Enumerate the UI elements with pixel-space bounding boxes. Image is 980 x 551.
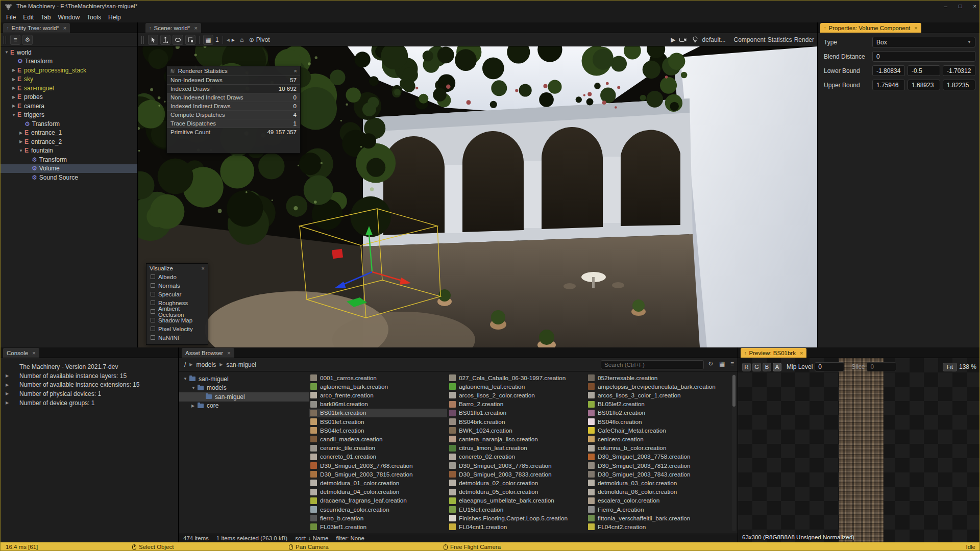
close-icon[interactable]: × <box>294 68 297 74</box>
search-input[interactable] <box>601 360 704 369</box>
tree-item-san-miguel[interactable]: ▶Esan-miguel <box>1 84 137 93</box>
channel-g-button[interactable]: G <box>752 363 761 371</box>
scale-tool-button[interactable] <box>185 35 195 45</box>
file-052terresable-creation[interactable]: 052terresable.creation <box>587 373 725 382</box>
close-button[interactable]: × <box>973 3 976 9</box>
vector-field[interactable]: 1.75946 <box>872 80 905 90</box>
checkbox[interactable] <box>151 274 155 279</box>
close-tab-icon[interactable]: × <box>227 350 230 356</box>
slice-input[interactable]: 0 <box>867 362 896 371</box>
tree-item-world[interactable]: ▼Eworld <box>1 48 137 57</box>
file-escalera-color-creation[interactable]: escalera_color.creation <box>587 496 725 505</box>
file-BL05lef2-creation[interactable]: BL05lef2.creation <box>587 400 725 409</box>
file-detmoldura-04-color-creation[interactable]: detmoldura_04_color.creation <box>309 488 447 496</box>
file-detmoldura-02-color-creation[interactable]: detmoldura_02_color.creation <box>448 479 586 487</box>
visualize-option-nan-inf[interactable]: NaN/INF <box>146 333 208 342</box>
close-tab-icon[interactable]: × <box>914 25 917 31</box>
home-button[interactable]: ⌂ <box>237 35 247 45</box>
channel-b-button[interactable]: B <box>763 363 771 371</box>
tree-item-transform[interactable]: ⚙Transform <box>1 57 137 66</box>
nav-forward-button[interactable]: ▸ <box>232 36 235 43</box>
checkbox[interactable] <box>151 335 155 340</box>
tab-scene[interactable]: ↑ Scene: world* × <box>145 23 201 33</box>
file-D30-Smiguel-2003-7833-creation[interactable]: D30_Smiguel_2003_7833.creation <box>448 470 586 479</box>
viewport-canvas[interactable]: ≋ Renderer Statistics × Non-Indexed Draw… <box>138 46 817 348</box>
file-fierro-b-creation[interactable]: fierro_b.creation <box>309 514 447 522</box>
breadcrumb-san-miguel[interactable]: san-miguel <box>226 361 256 368</box>
tree-item-entrance-2[interactable]: ▶Eentrance_2 <box>1 137 137 146</box>
checkbox[interactable] <box>151 283 155 288</box>
visualize-option-albedo[interactable]: Albedo <box>146 272 208 281</box>
close-tab-icon[interactable]: × <box>32 350 35 356</box>
camera-button[interactable] <box>678 35 688 45</box>
folder-san-miguel[interactable]: ▼san-miguel <box>179 374 309 384</box>
tab-entity-tree[interactable]: ↑ Entity Tree: world* × <box>3 23 70 33</box>
snap-size-value[interactable]: 1 <box>215 36 219 43</box>
file-Finishes-Flooring-Carpet-Loop-5-creation[interactable]: Finishes.Flooring.Carpet.Loop.5.creation <box>448 514 586 522</box>
move-tool-button[interactable] <box>160 35 170 45</box>
file-BS01brk-creation[interactable]: BS01brk.creation <box>309 409 447 417</box>
checkbox[interactable] <box>151 300 155 305</box>
file-BS01flo1-creation[interactable]: BS01flo1.creation <box>448 409 586 417</box>
file-BWK-1024-creation[interactable]: BWK_1024.creation <box>448 426 586 435</box>
tree-item-transform[interactable]: ⚙Transform <box>1 155 137 164</box>
file-FL04cnt2-creation[interactable]: FL04cnt2.creation <box>587 522 725 531</box>
file-D30-Smiguel-2003-7843-creation[interactable]: D30_Smiguel_2003_7843.creation <box>587 470 725 479</box>
filter-button[interactable]: ≡ <box>10 35 20 45</box>
drag-grip[interactable] <box>4 36 6 44</box>
menu-help[interactable]: Help <box>105 13 125 22</box>
tree-item-sound-source[interactable]: ⚙Sound Source <box>1 173 137 182</box>
file-BS04brk-creation[interactable]: BS04brk.creation <box>448 417 586 426</box>
file-columna-b-color-creation[interactable]: columna_b_color.creation <box>587 444 725 453</box>
tab-preview[interactable]: ↑ Preview: BS01brk × <box>741 348 806 358</box>
file-fittonia-verschaffeltii-bark-creation[interactable]: fittonia_verschaffeltii_bark.creation <box>587 514 725 522</box>
file-detmoldura-05-color-creation[interactable]: detmoldura_05_color.creation <box>448 488 586 496</box>
refresh-icon[interactable]: ↻ <box>708 360 713 367</box>
file-arcos-lisos-2-color-creation[interactable]: arcos_lisos_2_color.creation <box>448 391 586 399</box>
file-aglaonema-leaf-creation[interactable]: aglaonema_leaf.creation <box>448 382 586 391</box>
tree-item-sky[interactable]: ▶Esky <box>1 75 137 84</box>
file-CafeChair-Metal-creation[interactable]: CafeChair_Metal.creation <box>587 426 725 435</box>
nav-back-button[interactable]: ◂ <box>227 36 230 43</box>
file-D30-Smiguel-2003-7758-creation[interactable]: D30_Smiguel_2003_7758.creation <box>587 453 725 461</box>
channel-a-button[interactable]: A <box>773 363 781 371</box>
menu-tab[interactable]: Tab <box>37 13 54 22</box>
file-BS04flo-creation[interactable]: BS04flo.creation <box>587 417 725 426</box>
file-concreto-02-creation[interactable]: concreto_02.creation <box>448 453 586 461</box>
rotate-tool-button[interactable] <box>173 35 183 45</box>
file-Barro-2-creation[interactable]: Barro_2.creation <box>448 400 586 409</box>
menu-tools[interactable]: Tools <box>83 13 105 22</box>
file-BS01flo2-creation[interactable]: BS01flo2.creation <box>587 409 725 417</box>
console-line[interactable]: ▶Number of available instance layers: 15 <box>1 371 178 381</box>
vector-field[interactable]: -0.5 <box>908 65 940 76</box>
checkbox[interactable] <box>151 309 155 314</box>
file-elaeagnus-umbellate-bark-creation[interactable]: elaeagnus_umbellate_bark.creation <box>448 496 586 505</box>
breadcrumb-models[interactable]: models <box>197 361 216 368</box>
tab-console[interactable]: Console × <box>3 348 39 358</box>
tree-item-entrance-1[interactable]: ▶Eentrance_1 <box>1 129 137 138</box>
preview-viewport[interactable]: RGBA Mip Level 0 Slice 0 Fit 138 % 63x30… <box>738 358 980 542</box>
drag-grip[interactable] <box>141 36 144 44</box>
file-detmoldura-06-color-creation[interactable]: detmoldura_06_color.creation <box>587 488 725 496</box>
file-arco-frente-creation[interactable]: arco_frente.creation <box>309 391 447 399</box>
pivot-icon[interactable]: ⊕ <box>249 36 254 43</box>
console-line[interactable]: The Machinery - Version 2021.7-dev <box>1 362 178 371</box>
close-tab-icon[interactable]: × <box>194 25 197 31</box>
select-tool-button[interactable] <box>148 35 158 45</box>
file-aglaonema-bark-creation[interactable]: aglaonema_bark.creation <box>309 382 447 391</box>
visualize-option-specular[interactable]: Specular <box>146 290 208 298</box>
console-line[interactable]: ▶Number of physical devices: 1 <box>1 389 178 398</box>
vector-field[interactable]: -1.70312 <box>943 65 975 76</box>
visualize-option-normals[interactable]: Normals <box>146 281 208 290</box>
tree-item-fountain[interactable]: ▼Efountain <box>1 146 137 156</box>
checkbox[interactable] <box>151 292 155 296</box>
file-D30-Smiguel-2003-7785-creation[interactable]: D30_Smiguel_2003_7785.creation <box>448 461 586 470</box>
console-line[interactable]: ▶Number of available instance extensions… <box>1 380 178 389</box>
menu-window[interactable]: Window <box>54 13 83 22</box>
play-button[interactable]: ▶ <box>671 36 675 43</box>
console-line[interactable]: ▶Number of device groups: 1 <box>1 398 178 408</box>
close-icon[interactable]: × <box>202 265 205 271</box>
visualize-option-ambient-occlusion[interactable]: Ambient Occlusion <box>146 307 208 316</box>
lighting-button[interactable] <box>690 35 700 45</box>
list-menu-icon[interactable]: ≡ <box>730 360 734 367</box>
